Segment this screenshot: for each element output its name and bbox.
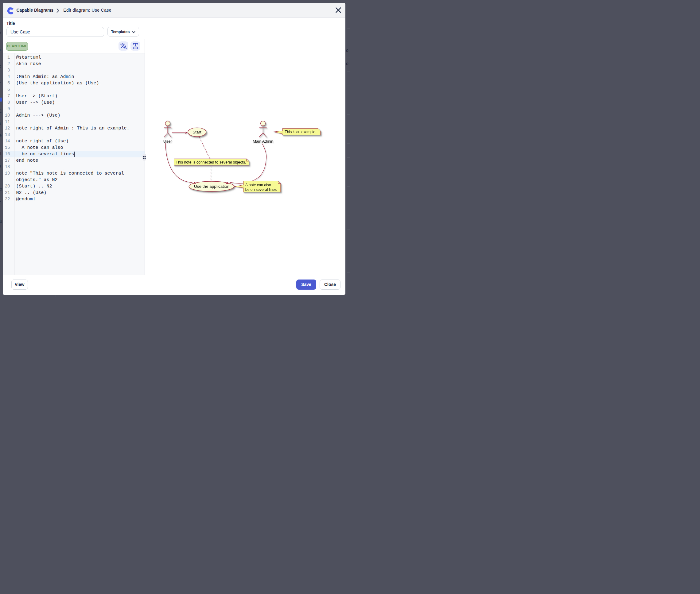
- svg-text:This note is connected to seve: This note is connected to several object…: [176, 160, 246, 164]
- svg-text:Use the application: Use the application: [194, 184, 229, 188]
- svg-text:A note can also: A note can also: [245, 183, 271, 187]
- svg-text:be on several lines: be on several lines: [245, 187, 277, 192]
- svg-text:User: User: [163, 139, 172, 143]
- svg-text:Main Admin: Main Admin: [253, 139, 273, 143]
- svg-text:This is an example.: This is an example.: [285, 130, 316, 134]
- svg-text:Start: Start: [192, 130, 201, 134]
